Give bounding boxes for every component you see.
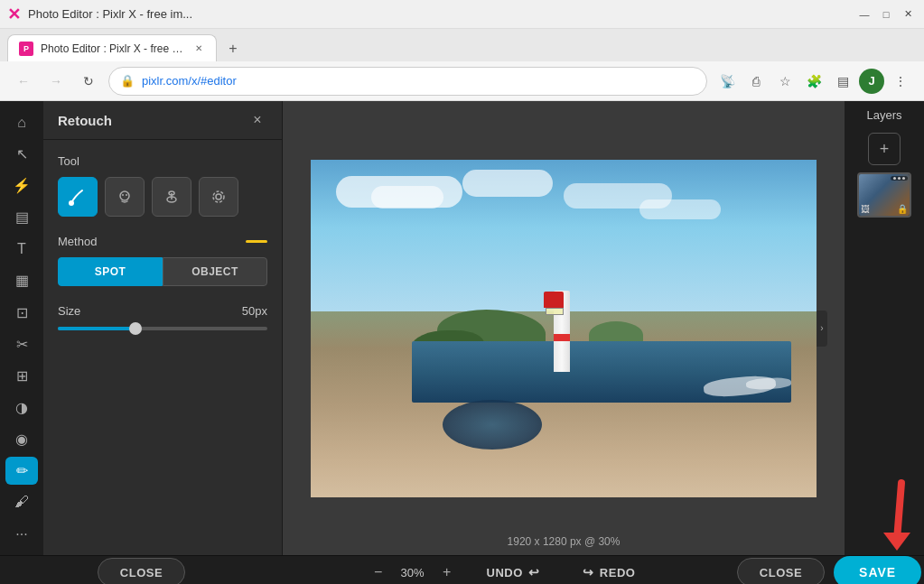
heal-icon <box>115 187 135 207</box>
zoom-out-button[interactable]: − <box>368 561 389 583</box>
panel-header: Retouch × <box>43 101 282 140</box>
address-bar: ← → ↻ 🔒 pixlr.com/x/#editor 📡 ⎙ ☆ 🧩 ▤ J … <box>0 61 924 101</box>
share-icon[interactable]: ⎙ <box>743 69 769 94</box>
zoom-in-button[interactable]: + <box>436 561 458 583</box>
close-right-button[interactable]: CLOSE <box>737 558 825 584</box>
active-tab[interactable]: P Photo Editor : Pixlr X - free im... ✕ <box>7 34 217 61</box>
panel-close-button[interactable]: × <box>247 110 267 130</box>
paint-tool[interactable]: 🖌 <box>5 488 38 516</box>
method-section-label: Method <box>58 235 97 248</box>
save-button[interactable]: SAVE <box>834 556 921 584</box>
svg-point-1 <box>120 191 129 200</box>
undo-icon: ↩ <box>528 565 540 579</box>
adjustment-tool[interactable]: ⚡ <box>5 171 38 199</box>
select-tool[interactable]: ↖ <box>5 140 38 168</box>
layer-options <box>891 176 908 181</box>
save-area: SAVE <box>834 556 921 584</box>
cloud2 <box>371 186 443 209</box>
slider-fill <box>58 327 131 330</box>
lighthouse-light <box>546 308 564 315</box>
undo-button[interactable]: UNDO ↩ <box>472 558 555 584</box>
zoom-value: 30% <box>397 566 429 579</box>
menu-button[interactable]: ⋮ <box>888 69 913 94</box>
panel-content: Tool <box>43 140 282 555</box>
reload-button[interactable]: ↻ <box>76 69 101 94</box>
home-tool[interactable]: ⌂ <box>5 108 38 136</box>
clone-icon <box>162 187 182 207</box>
url-box[interactable]: 🔒 pixlr.com/x/#editor <box>108 67 707 96</box>
scissors-tool[interactable]: ✂ <box>5 330 38 358</box>
forward-button[interactable]: → <box>43 69 69 94</box>
bottom-bar: CLOSE − 30% + UNDO ↩ ↪ REDO CLOSE SAVE <box>0 555 924 584</box>
blur-tool-button[interactable] <box>199 177 238 217</box>
title-bar: ✕ Photo Editor : Pixlr X - free im... — … <box>0 0 924 29</box>
browser-actions: 📡 ⎙ ☆ 🧩 ▤ J ⋮ <box>714 69 913 94</box>
spot-method-button[interactable]: SPOT <box>58 257 163 286</box>
retouch-tool[interactable]: ✏ <box>5 457 38 485</box>
cast-icon[interactable]: 📡 <box>714 69 740 94</box>
redo-icon: ↪ <box>583 565 594 579</box>
zoom-controls: − 30% + <box>368 561 458 583</box>
back-button[interactable]: ← <box>11 69 36 94</box>
canvas-wrapper: › <box>311 160 817 497</box>
sliders-tool[interactable]: ⊞ <box>5 362 38 390</box>
extensions-icon[interactable]: 🧩 <box>801 69 826 94</box>
tab-close-button[interactable]: ✕ <box>192 42 205 55</box>
size-slider-container <box>58 327 267 330</box>
transform-tool[interactable]: ⊡ <box>5 298 38 326</box>
text-tool[interactable]: T <box>5 235 38 263</box>
tool-section-label: Tool <box>58 154 267 168</box>
svg-point-3 <box>126 194 127 196</box>
maximize-button[interactable]: □ <box>877 5 895 23</box>
layer-thumbnail[interactable]: 🖼 🔒 <box>857 172 911 218</box>
method-row: Method <box>58 235 267 248</box>
close-window-button[interactable]: ✕ <box>899 5 917 23</box>
more-tools[interactable]: ··· <box>5 520 38 548</box>
browser-chrome: ✕ Photo Editor : Pixlr X - free im... — … <box>0 0 924 101</box>
minimize-button[interactable]: — <box>855 5 873 23</box>
canvas-image[interactable] <box>311 160 817 497</box>
scene <box>311 160 817 497</box>
slider-track[interactable] <box>58 327 267 330</box>
profile-button[interactable]: J <box>859 69 884 94</box>
bottom-left: CLOSE <box>0 558 283 584</box>
water-pool <box>443 400 542 450</box>
object-method-button[interactable]: OBJECT <box>163 257 267 286</box>
circle-half-tool[interactable]: ◑ <box>5 394 38 422</box>
collapse-handle[interactable]: › <box>817 311 827 347</box>
close-left-button[interactable]: CLOSE <box>98 558 185 584</box>
layer-image-icon: 🖼 <box>861 204 870 214</box>
cloud3 <box>462 170 553 197</box>
bottom-center: − 30% + UNDO ↩ ↪ REDO <box>283 558 734 584</box>
redo-button[interactable]: ↪ REDO <box>568 558 649 584</box>
cloud5 <box>639 199 721 219</box>
clone-tool-button[interactable] <box>152 177 191 217</box>
left-toolbar: ⌂ ↖ ⚡ ▤ T ▦ ⊡ ✂ ⊞ ◑ ◉ ✏ 🖌 ··· <box>0 101 43 555</box>
heal-tool-button[interactable] <box>105 177 145 217</box>
blur-icon <box>209 187 229 207</box>
spiral-tool[interactable]: ◉ <box>5 425 38 453</box>
tab-favicon: P <box>19 42 33 56</box>
tab-bar: P Photo Editor : Pixlr X - free im... ✕ … <box>0 29 924 61</box>
add-layer-button[interactable]: + <box>868 133 901 165</box>
slider-thumb[interactable] <box>129 322 142 335</box>
window-controls: — □ ✕ <box>855 5 917 23</box>
pattern-tool[interactable]: ▦ <box>5 266 38 294</box>
redo-label: REDO <box>600 566 636 579</box>
yellow-indicator <box>246 240 267 243</box>
new-tab-button[interactable]: + <box>220 36 246 61</box>
browser-title: Photo Editor : Pixlr X - free im... <box>28 7 192 21</box>
brush-tool-button[interactable] <box>58 177 98 217</box>
layers-tool[interactable]: ▤ <box>5 203 38 231</box>
undo-label: UNDO <box>487 566 523 579</box>
panel-title: Retouch <box>58 113 112 128</box>
bookmark-icon[interactable]: ☆ <box>772 69 798 94</box>
brush-icon <box>68 187 88 207</box>
layer-lock-icon: 🔒 <box>897 204 908 214</box>
svg-point-6 <box>213 191 224 202</box>
sidebar-browser-icon[interactable]: ▤ <box>830 69 855 94</box>
lighthouse-cap <box>544 292 564 308</box>
method-buttons: SPOT OBJECT <box>58 257 267 286</box>
size-row: Size 50px <box>58 304 267 318</box>
layers-panel: Layers + 🖼 🔒 <box>845 101 924 555</box>
